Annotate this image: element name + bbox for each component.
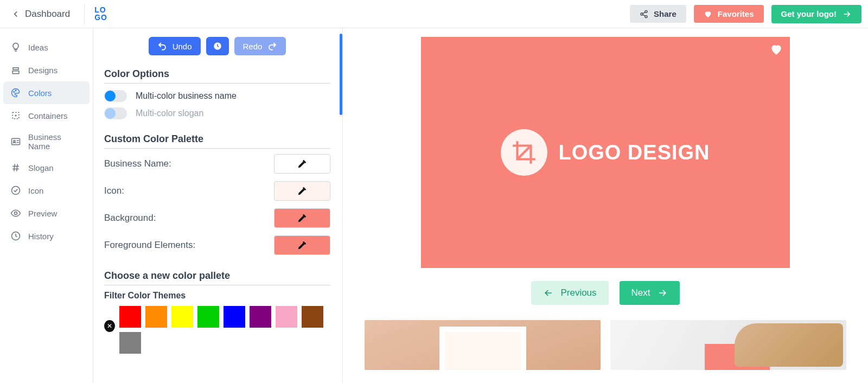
share-label: Share	[654, 9, 676, 18]
brand-logo[interactable]: LO GO	[94, 7, 107, 21]
toggle-row: Multi-color business name	[104, 89, 330, 103]
next-button[interactable]: Next	[620, 281, 680, 305]
custom-palette-title: Custom Color Palette	[104, 133, 330, 145]
arrow-left-icon	[11, 9, 21, 19]
sidebar-item-label: Designs	[28, 66, 58, 75]
toggle-row: Multi-color slogan	[104, 106, 330, 120]
bulb-icon	[10, 41, 22, 53]
redo-button[interactable]: Redo	[234, 37, 286, 55]
sidebar-item-label: Slogan	[28, 163, 54, 173]
sidebar-item-slogan[interactable]: Slogan	[3, 156, 90, 179]
arrow-right-icon	[657, 288, 668, 298]
logo-canvas: LOGO DESIGN	[421, 37, 790, 268]
color-filter-chip[interactable]	[171, 306, 193, 328]
preview-area: LOGO DESIGN Previous Next	[343, 28, 868, 383]
color-options-title: Color Options	[104, 68, 330, 80]
divider	[104, 285, 330, 285]
history-button[interactable]	[206, 37, 229, 55]
sidebar-item-history[interactable]: History	[3, 225, 90, 247]
svg-point-1	[641, 13, 643, 15]
palette-label: Business Name:	[104, 158, 171, 169]
toggle-switch[interactable]	[104, 90, 127, 102]
previous-label: Previous	[560, 288, 596, 298]
mockup-thumbnail[interactable]	[610, 320, 846, 370]
palette-row: Foreground Elements:	[104, 235, 330, 255]
undo-row: Undo Redo	[104, 37, 330, 55]
undo-button[interactable]: Undo	[149, 37, 201, 55]
color-swatch[interactable]	[274, 235, 330, 255]
sidebar-item-label: Colors	[28, 88, 52, 98]
toggle-switch[interactable]	[104, 107, 127, 119]
svg-point-0	[645, 10, 647, 12]
sidebar-item-containers[interactable]: Containers	[3, 104, 90, 127]
color-filter-chip[interactable]	[276, 306, 297, 328]
sidebar-item-label: Preview	[28, 209, 57, 218]
sidebar-item-icon[interactable]: Icon	[3, 179, 90, 202]
color-chips	[119, 306, 330, 354]
svg-point-6	[15, 115, 16, 116]
svg-point-10	[15, 212, 17, 215]
filter-themes-title: Filter Color Themes	[104, 291, 330, 301]
color-filter-chip[interactable]	[302, 306, 323, 328]
color-swatch[interactable]	[274, 154, 330, 174]
layout: IdeasDesignsColorsContainersBusiness Nam…	[0, 28, 868, 383]
thumbnails	[365, 320, 846, 370]
logo-text: LOGO DESIGN	[558, 141, 710, 164]
redo-icon	[267, 41, 277, 51]
toggle-label: Multi-color slogan	[136, 108, 203, 118]
palette-row: Business Name:	[104, 154, 330, 174]
clock-icon	[10, 230, 22, 242]
svg-point-3	[14, 92, 15, 93]
favorites-button[interactable]: Favorites	[694, 5, 764, 23]
stack-icon	[10, 64, 22, 76]
divider	[104, 148, 330, 149]
palette-label: Icon:	[104, 186, 124, 196]
bounding-icon	[10, 110, 22, 122]
get-logo-button[interactable]: Get your logo!	[771, 5, 862, 23]
color-filter-chip[interactable]	[250, 306, 271, 328]
eye-icon	[10, 207, 22, 219]
clear-filter-button[interactable]: ✕	[104, 320, 115, 332]
topbar-right: Share Favorites Get your logo!	[630, 5, 861, 23]
crop-icon	[510, 139, 538, 166]
sidebar-item-label: History	[28, 232, 54, 241]
svg-point-4	[15, 90, 16, 91]
sidebar-item-colors[interactable]: Colors	[3, 81, 90, 104]
scrollbar[interactable]	[340, 34, 342, 115]
filter-row: ✕	[104, 306, 330, 354]
palette-label: Foreground Elements:	[104, 240, 195, 251]
sidebar-item-business-name[interactable]: Business Name	[3, 127, 90, 156]
heart-icon	[769, 42, 783, 56]
mockup-thumbnail[interactable]	[365, 320, 601, 370]
color-filter-chip[interactable]	[145, 306, 167, 328]
undo-icon	[157, 41, 167, 51]
palette-icon	[10, 87, 22, 99]
previous-button[interactable]: Previous	[531, 281, 608, 305]
color-filter-chip[interactable]	[119, 332, 141, 354]
divider	[84, 4, 85, 24]
toggle-label: Multi-color business name	[136, 91, 237, 101]
sidebar-item-ideas[interactable]: Ideas	[3, 36, 90, 59]
color-filter-chip[interactable]	[119, 306, 141, 328]
color-swatch[interactable]	[274, 181, 330, 201]
check-icon	[10, 184, 22, 196]
favorite-toggle[interactable]	[769, 42, 783, 56]
heart-icon	[704, 10, 712, 18]
topbar-left: Dashboard LO GO	[7, 4, 107, 24]
color-filter-chip[interactable]	[197, 306, 219, 328]
sidebar-item-designs[interactable]: Designs	[3, 59, 90, 81]
dashboard-back-label: Dashboard	[25, 9, 70, 20]
sidebar-item-label: Business Name	[28, 132, 83, 151]
dashboard-back-link[interactable]: Dashboard	[7, 5, 74, 23]
sidebar-item-preview[interactable]: Preview	[3, 202, 90, 225]
arrow-left-icon	[543, 288, 554, 298]
nav-row: Previous Next	[531, 281, 679, 305]
redo-label: Redo	[243, 42, 263, 51]
divider	[104, 83, 330, 84]
share-button[interactable]: Share	[630, 5, 686, 23]
editor-panel: Undo Redo Color Options Multi-color busi…	[93, 28, 343, 383]
sidebar-item-label: Ideas	[28, 43, 48, 52]
color-filter-chip[interactable]	[224, 306, 245, 328]
share-icon	[640, 10, 648, 18]
color-swatch[interactable]	[274, 208, 330, 228]
